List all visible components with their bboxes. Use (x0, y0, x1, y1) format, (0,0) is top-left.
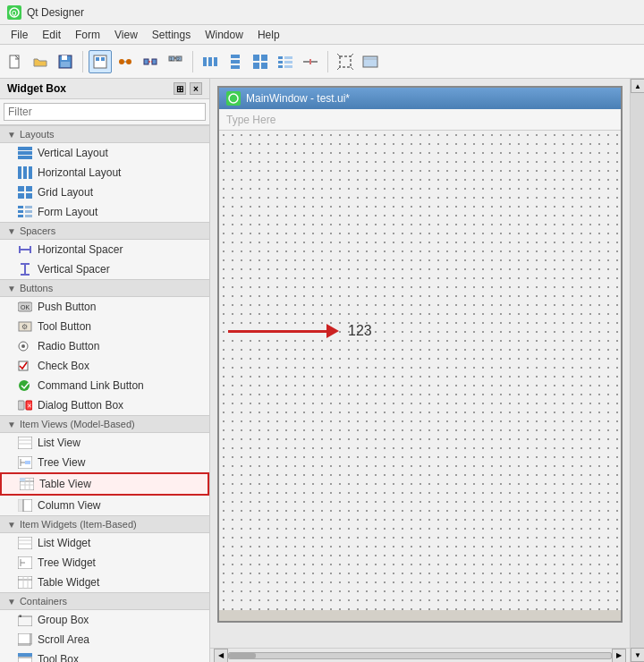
svg-rect-54 (18, 193, 24, 199)
save-button[interactable] (54, 50, 77, 73)
category-buttons[interactable]: ▼ Buttons (0, 279, 209, 297)
svg-text:⚙: ⚙ (21, 323, 28, 331)
push-button-icon: OK (18, 300, 32, 314)
widget-item-tree-widget[interactable]: Tree Widget (0, 553, 209, 573)
svg-rect-35 (284, 65, 292, 68)
svg-rect-8 (101, 57, 105, 61)
svg-rect-76 (18, 401, 24, 410)
svg-rect-51 (29, 166, 32, 179)
widget-item-column-view[interactable]: Column View (0, 496, 209, 515)
close-widget-box-button[interactable]: × (190, 82, 202, 95)
main-window-title: MainWindow - test.ui* (246, 92, 350, 105)
vertical-scroll-track[interactable] (631, 93, 644, 648)
svg-point-10 (126, 59, 131, 64)
scroll-up-button[interactable]: ▲ (631, 79, 644, 93)
horizontal-scroll-thumb[interactable] (229, 653, 256, 658)
widget-item-tool-box[interactable]: Tool Box (0, 649, 209, 662)
svg-text:2: 2 (177, 56, 180, 62)
signals-slots-button[interactable] (114, 50, 137, 73)
category-item-widgets[interactable]: ▼ Item Widgets (Item-Based) (0, 515, 209, 533)
widget-item-radio-button[interactable]: Radio Button (0, 336, 209, 356)
svg-text:1: 1 (170, 56, 173, 62)
widget-editor-button[interactable] (89, 50, 112, 73)
widget-item-horizontal-spacer[interactable]: Horizontal Spacer (0, 240, 209, 259)
buddies-button[interactable] (139, 50, 162, 73)
scroll-area-icon (18, 632, 32, 647)
widget-item-dialog-button-box[interactable]: ✕ Dialog Button Box (0, 395, 209, 415)
adjust-size-button[interactable] (334, 50, 357, 73)
menu-window[interactable]: Window (198, 27, 250, 43)
category-layouts[interactable]: ▼ Layouts (0, 125, 209, 143)
filter-input[interactable] (4, 103, 206, 121)
menu-edit[interactable]: Edit (35, 27, 68, 43)
svg-rect-53 (26, 186, 32, 191)
tool-box-icon (18, 652, 32, 662)
category-item-views[interactable]: ▼ Item Views (Model-Based) (0, 415, 209, 433)
svg-text:■: ■ (19, 614, 21, 618)
menu-help[interactable]: Help (250, 27, 287, 43)
item-views-label: Item Views (Model-Based) (20, 419, 135, 429)
break-layout-button[interactable] (299, 50, 322, 73)
widget-list: ▼ Layouts Vertical Layout Horizontal Lay… (0, 125, 209, 662)
open-button[interactable] (29, 50, 52, 73)
svg-rect-7 (96, 57, 99, 61)
layout-h-button[interactable] (199, 50, 222, 73)
right-scrollbar[interactable]: ▲ ▼ (630, 79, 644, 662)
undock-button[interactable]: ⊞ (174, 82, 186, 95)
horizontal-scrollbar[interactable]: ◀ ▶ (210, 648, 630, 662)
menu-form[interactable]: Form (68, 27, 107, 43)
horizontal-scroll-track[interactable] (228, 652, 612, 659)
layout-grid-button[interactable] (249, 50, 272, 73)
widget-item-command-link-button[interactable]: Command Link Button (0, 376, 209, 395)
svg-rect-23 (231, 55, 240, 58)
svg-rect-32 (278, 61, 283, 64)
menu-settings[interactable]: Settings (145, 27, 198, 43)
preview-button[interactable] (359, 50, 382, 73)
svg-rect-34 (278, 65, 283, 68)
category-spacers[interactable]: ▼ Spacers (0, 222, 209, 240)
widget-item-form-layout[interactable]: Form Layout (0, 202, 209, 222)
scroll-down-button[interactable]: ▼ (631, 648, 644, 662)
svg-rect-13 (152, 59, 157, 64)
tab-order-button[interactable]: 12 (164, 50, 187, 73)
svg-rect-31 (284, 56, 292, 59)
table-widget-label: Table Widget (38, 576, 99, 589)
svg-point-9 (119, 59, 124, 64)
widget-item-group-box[interactable]: ■ Group Box (0, 610, 209, 630)
main-window-icon (226, 91, 241, 106)
layout-v-button[interactable] (224, 50, 247, 73)
group-box-label: Group Box (38, 614, 89, 626)
scroll-right-button[interactable]: ▶ (612, 649, 626, 663)
widget-item-tree-view[interactable]: Tree View (0, 453, 209, 472)
widget-box-header-buttons: ⊞ × (174, 82, 202, 95)
widget-item-check-box[interactable]: Check Box (0, 356, 209, 376)
widget-item-list-widget[interactable]: List Widget (0, 533, 209, 553)
main-layout: Widget Box ⊞ × ▼ Layouts Vertical Layout (0, 79, 644, 662)
widget-item-vertical-layout[interactable]: Vertical Layout (0, 143, 209, 163)
layout-form-button[interactable] (274, 50, 297, 73)
svg-point-112 (229, 94, 238, 103)
widget-item-table-widget[interactable]: Table Widget (0, 573, 209, 592)
menu-file[interactable]: File (4, 27, 35, 43)
svg-rect-44 (363, 56, 377, 67)
svg-rect-50 (23, 166, 27, 179)
svg-rect-58 (18, 210, 23, 213)
widget-item-vertical-spacer[interactable]: Vertical Spacer (0, 259, 209, 279)
svg-rect-101 (18, 576, 32, 589)
svg-rect-111 (18, 658, 32, 662)
widget-item-table-view[interactable]: Table View (0, 472, 209, 496)
menu-bar: File Edit Form View Settings Window Help (0, 25, 644, 45)
scroll-left-button[interactable]: ◀ (214, 649, 228, 663)
new-button[interactable] (4, 50, 27, 73)
widget-item-horizontal-layout[interactable]: Horizontal Layout (0, 163, 209, 182)
widget-item-scroll-area[interactable]: Scroll Area (0, 630, 209, 649)
toolbar-sep-3 (327, 51, 328, 72)
widget-item-push-button[interactable]: OK Push Button (0, 297, 209, 317)
widget-item-tool-button[interactable]: ⚙ Tool Button (0, 317, 209, 336)
dotted-canvas[interactable]: 123 (219, 131, 621, 610)
widget-item-grid-layout[interactable]: Grid Layout (0, 182, 209, 202)
svg-rect-46 (18, 147, 32, 150)
widget-item-list-view[interactable]: List View (0, 433, 209, 453)
menu-view[interactable]: View (107, 27, 145, 43)
category-containers[interactable]: ▼ Containers (0, 592, 209, 610)
